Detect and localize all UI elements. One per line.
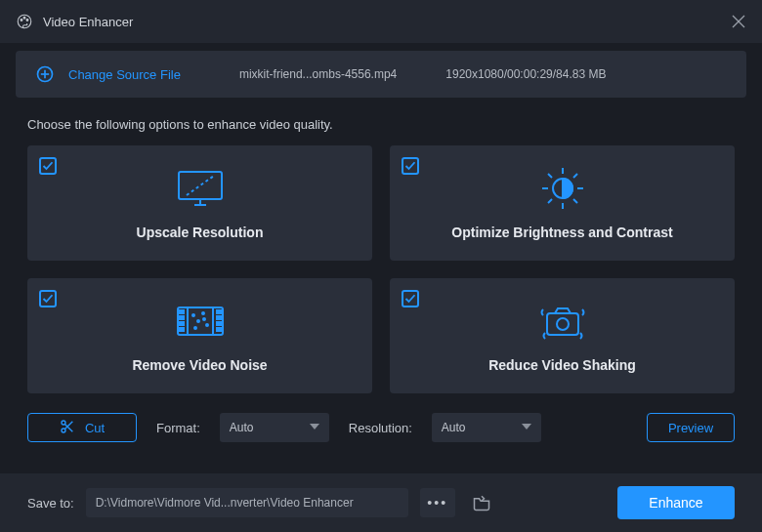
enhance-label: Enhance [649,495,702,511]
preview-button[interactable]: Preview [647,413,735,442]
svg-line-20 [573,174,577,178]
svg-rect-39 [547,313,578,335]
svg-rect-31 [217,322,221,325]
brightness-icon [540,166,585,211]
controls-row: Cut Format: Auto Resolution: Auto Previe… [0,393,762,442]
svg-marker-45 [310,424,319,430]
instruction-text: Choose the following options to enhance … [0,98,762,145]
card-upscale-resolution[interactable]: Upscale Resolution [27,145,372,261]
titlebar: Video Enhancer [0,0,762,43]
svg-point-36 [206,324,208,326]
resolution-value: Auto [442,421,466,434]
palette-icon [16,13,33,30]
browse-button[interactable]: ••• [420,488,455,517]
svg-point-3 [26,20,28,21]
svg-point-40 [557,318,569,330]
cut-label: Cut [85,421,105,435]
svg-point-33 [192,314,194,316]
enhance-button[interactable]: Enhance [617,486,735,519]
open-folder-button[interactable] [467,488,496,517]
svg-line-21 [548,199,552,203]
svg-line-18 [548,174,552,178]
resolution-label: Resolution: [349,421,412,435]
source-row: Change Source File mixkit-friend...ombs-… [16,51,746,98]
save-to-label: Save to: [27,496,74,511]
card-reduce-shaking[interactable]: Reduce Video Shaking [390,278,735,393]
checkbox-icon[interactable] [39,290,57,307]
save-path-field[interactable]: D:\Vidmore\Vidmore Vid...nverter\Video E… [86,488,408,517]
folder-icon [472,494,491,512]
window-title: Video Enhancer [43,15,731,29]
change-source-link[interactable]: Change Source File [68,67,181,82]
source-fileinfo: 1920x1080/00:00:29/84.83 MB [445,67,606,81]
filmstrip-noise-icon [174,299,227,344]
svg-marker-46 [522,424,531,430]
source-filename: mixkit-friend...ombs-4556.mp4 [239,67,397,81]
bottom-bar: Save to: D:\Vidmore\Vidmore Vid...nverte… [0,473,762,532]
format-select[interactable]: Auto [220,413,329,442]
camera-shake-icon [537,299,588,344]
svg-rect-26 [180,316,184,319]
card-label: Upscale Resolution [137,225,264,240]
svg-rect-25 [180,310,184,313]
svg-rect-27 [180,322,184,325]
svg-point-34 [202,312,204,314]
card-label: Optimize Brightness and Contrast [451,225,672,240]
svg-point-37 [194,327,196,329]
close-icon[interactable] [731,14,746,29]
save-path-value: D:\Vidmore\Vidmore Vid...nverter\Video E… [96,496,354,510]
svg-point-38 [203,318,205,320]
svg-rect-29 [217,310,221,313]
svg-point-35 [197,320,199,322]
svg-rect-9 [179,172,222,199]
checkbox-icon[interactable] [402,157,419,175]
svg-rect-28 [180,328,184,331]
card-optimize-brightness[interactable]: Optimize Brightness and Contrast [390,145,735,261]
preview-label: Preview [668,421,713,435]
svg-point-2 [23,17,25,19]
svg-point-1 [21,20,22,21]
cut-button[interactable]: Cut [27,413,137,442]
chevron-down-icon [522,421,531,434]
svg-rect-30 [217,316,221,319]
card-remove-noise[interactable]: Remove Video Noise [27,278,372,393]
svg-line-19 [573,199,577,203]
plus-circle-icon[interactable] [35,64,55,84]
dots-icon: ••• [427,495,447,511]
chevron-down-icon [310,421,319,434]
format-value: Auto [230,421,254,434]
svg-point-41 [62,421,65,425]
card-label: Remove Video Noise [132,357,267,373]
resolution-select[interactable]: Auto [432,413,541,442]
svg-line-10 [187,176,214,195]
format-label: Format: [156,421,200,435]
scissors-icon [60,419,75,437]
monitor-icon [175,166,226,211]
card-label: Reduce Video Shaking [488,357,636,373]
svg-rect-32 [217,328,221,331]
options-grid: Upscale Resolution Optimize Brightness a… [0,145,762,393]
svg-point-42 [62,429,65,432]
checkbox-icon[interactable] [39,157,57,175]
checkbox-icon[interactable] [402,290,419,307]
